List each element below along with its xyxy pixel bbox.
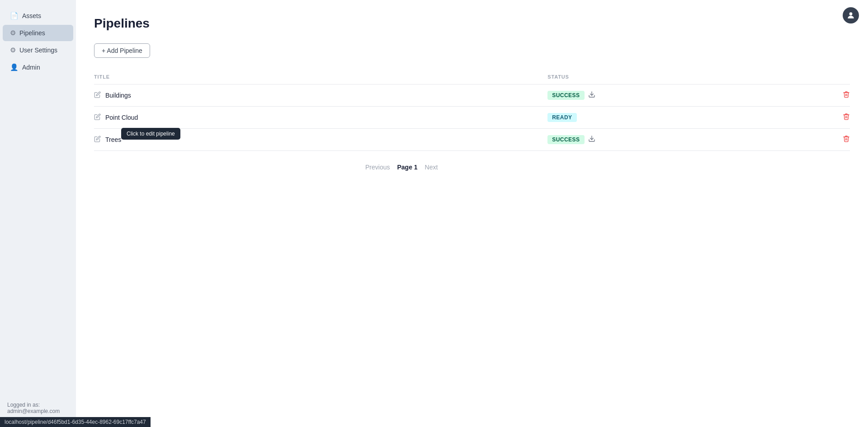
delete-icon[interactable] — [843, 114, 850, 122]
page-title: Pipelines — [94, 16, 850, 31]
pipeline-status-cell: READY — [547, 107, 698, 129]
assets-icon: 📄 — [10, 12, 19, 20]
status-bar: localhost/pipeline/d46f5bd1-6d35-44ec-89… — [0, 417, 151, 427]
avatar[interactable] — [843, 7, 859, 23]
pipeline-delete-cell — [699, 129, 850, 151]
edit-icon — [94, 91, 101, 99]
download-icon[interactable] — [588, 135, 595, 144]
sidebar-item-pipelines[interactable]: ⚙ Pipelines — [3, 25, 73, 41]
sidebar-item-assets[interactable]: 📄 Assets — [3, 8, 73, 24]
admin-icon: 👤 — [10, 63, 19, 71]
table-row: Point Cloud Click to edit pipeline READY — [94, 107, 850, 129]
svg-point-2 — [849, 12, 853, 15]
status-bar-url: localhost/pipeline/d46f5bd1-6d35-44ec-89… — [5, 419, 146, 425]
column-title: TITLE — [94, 70, 547, 84]
sidebar: 📄 Assets ⚙ Pipelines ⚙ User Settings 👤 A… — [0, 0, 76, 427]
sidebar-item-label: Pipelines — [19, 29, 45, 37]
edit-icon — [94, 113, 101, 122]
pipelines-icon: ⚙ — [10, 29, 16, 37]
status-badge: READY — [547, 113, 576, 122]
next-button[interactable]: Next — [425, 164, 438, 171]
sidebar-footer: Logged in as: admin@example.com — [0, 396, 76, 420]
table-header-row: TITLE STATUS — [94, 70, 850, 84]
table-row: Trees SUCCESS — [94, 129, 850, 151]
status-badge: SUCCESS — [547, 91, 584, 100]
pipeline-name-cell: Point Cloud Click to edit pipeline — [94, 107, 547, 129]
sidebar-item-label: Assets — [22, 12, 41, 19]
previous-button[interactable]: Previous — [365, 164, 390, 171]
download-icon[interactable] — [588, 91, 595, 100]
edit-icon — [94, 136, 101, 144]
table-row: Buildings SUCCESS — [94, 84, 850, 107]
pipeline-title: Buildings — [105, 92, 131, 99]
sidebar-item-label: User Settings — [19, 47, 57, 54]
pipeline-delete-cell — [699, 84, 850, 107]
page-indicator: Page 1 — [397, 164, 417, 171]
main-content: Pipelines + Add Pipeline TITLE STATUS — [76, 0, 868, 427]
sidebar-item-label: Admin — [22, 64, 40, 71]
logged-in-label: Logged in as: — [7, 402, 69, 408]
pipeline-name[interactable]: Buildings — [94, 91, 547, 99]
column-actions — [699, 70, 850, 84]
column-status: STATUS — [547, 70, 698, 84]
pipeline-delete-cell — [699, 107, 850, 129]
status-badge: SUCCESS — [547, 135, 584, 144]
pipeline-title: Point Cloud — [105, 114, 138, 121]
sidebar-item-user-settings[interactable]: ⚙ User Settings — [3, 42, 73, 58]
pipeline-status-cell: SUCCESS — [547, 84, 698, 107]
pagination: Previous Page 1 Next — [94, 164, 850, 171]
pipeline-name[interactable]: Trees — [94, 136, 547, 144]
sidebar-item-admin[interactable]: 👤 Admin — [3, 59, 73, 75]
logged-in-user: admin@example.com — [7, 408, 69, 414]
pipeline-status-cell: SUCCESS — [547, 129, 698, 151]
pipeline-name[interactable]: Point Cloud Click to edit pipeline — [94, 113, 547, 122]
user-settings-icon: ⚙ — [10, 46, 16, 54]
pipeline-name-cell: Trees — [94, 129, 547, 151]
pipeline-title: Trees — [105, 136, 121, 143]
delete-icon[interactable] — [843, 92, 850, 99]
delete-icon[interactable] — [843, 136, 850, 144]
pipeline-name-cell: Buildings — [94, 84, 547, 107]
add-pipeline-button[interactable]: + Add Pipeline — [94, 43, 150, 58]
pipelines-table: TITLE STATUS Buildings — [94, 70, 850, 151]
